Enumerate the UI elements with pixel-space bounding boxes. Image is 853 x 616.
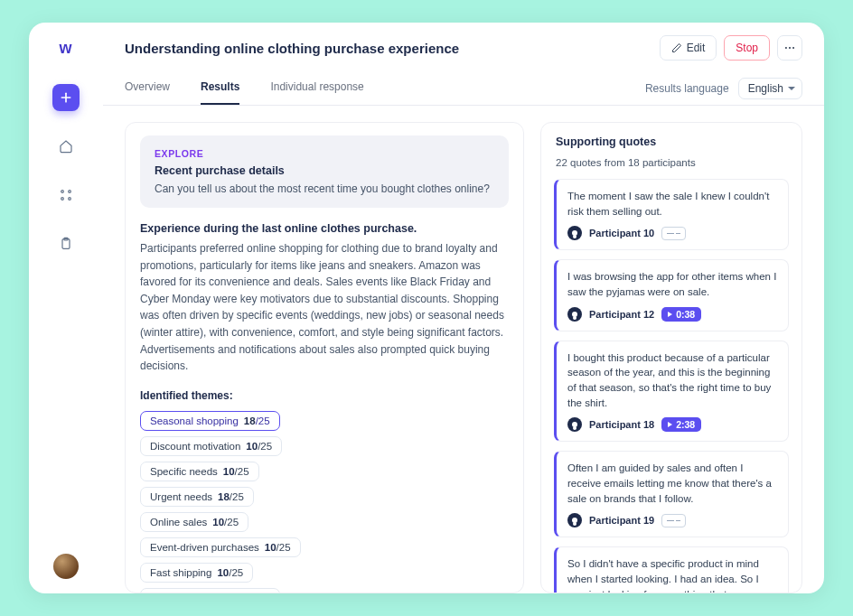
person-icon	[567, 307, 582, 322]
theme-chip[interactable]: Discount motivation10/25	[140, 436, 282, 456]
quote-card: Often I am guided by sales and often I r…	[554, 451, 789, 537]
play-timestamp[interactable]: 2:38	[661, 417, 701, 432]
edit-button[interactable]: Edit	[660, 35, 717, 61]
tab-results[interactable]: Results	[201, 71, 239, 105]
create-button[interactable]	[52, 84, 80, 111]
quote-text: I bought this product because of a parti…	[567, 350, 779, 411]
participant-name: Participant 12	[589, 309, 654, 320]
grid-icon	[59, 188, 73, 202]
experience-body: Participants preferred online shopping f…	[140, 240, 509, 375]
theme-chip[interactable]: Online sales10/25	[140, 512, 248, 532]
tab-overview[interactable]: Overview	[125, 71, 170, 105]
home-icon	[59, 139, 73, 154]
quote-meta: Participant 182:38	[567, 417, 779, 432]
app-window: w Understanding online clothing purchase…	[29, 23, 824, 593]
sidebar: w	[29, 23, 103, 593]
themes-list: Seasonal shopping18/25Discount motivatio…	[140, 411, 509, 593]
quote-text: I was browsing the app for other items w…	[567, 269, 779, 299]
logo: w	[55, 37, 77, 59]
language-select[interactable]: English	[738, 78, 802, 99]
theme-label: Seasonal shopping	[150, 415, 239, 426]
explore-tag: EXPLORE	[155, 148, 494, 159]
theme-chip[interactable]: Fast shipping10/25	[140, 563, 253, 583]
svg-point-9	[789, 47, 791, 49]
explore-title: Recent purchase details	[155, 164, 494, 177]
page-title: Understanding online clothing purchase e…	[125, 41, 652, 56]
svg-point-2	[61, 191, 63, 193]
svg-point-8	[785, 47, 787, 49]
results-panel: EXPLORE Recent purchase details Can you …	[125, 122, 524, 593]
person-icon	[567, 226, 582, 240]
transcript-icon	[661, 514, 686, 527]
stop-button[interactable]: Stop	[724, 35, 770, 61]
quote-meta: Participant 120:38	[567, 307, 779, 322]
clipboard-nav[interactable]	[52, 230, 80, 257]
avatar[interactable]	[53, 554, 79, 579]
theme-label: Amazon purchases	[150, 593, 239, 593]
theme-label: Event-driven purchases	[150, 542, 259, 553]
plus-icon	[59, 90, 73, 105]
explore-question: Can you tell us about the most recent ti…	[155, 182, 494, 195]
theme-chip[interactable]: Amazon purchases10/25	[140, 588, 280, 593]
theme-count: 18/25	[218, 491, 244, 502]
pencil-icon	[671, 42, 682, 53]
svg-point-3	[68, 191, 70, 193]
participant-name: Participant 18	[589, 419, 654, 430]
theme-count: 18/25	[244, 415, 270, 426]
content-row: EXPLORE Recent purchase details Can you …	[103, 106, 824, 593]
edit-label: Edit	[687, 42, 706, 54]
theme-count: 10/25	[217, 567, 243, 578]
apps-nav[interactable]	[52, 182, 80, 209]
quote-text: The moment I saw the sale I knew I could…	[567, 189, 779, 219]
dots-icon	[783, 42, 796, 54]
stop-label: Stop	[736, 42, 758, 54]
theme-label: Urgent needs	[150, 491, 212, 502]
theme-label: Discount motivation	[150, 441, 240, 452]
language-selector: Results language English	[645, 78, 802, 105]
theme-chip[interactable]: Seasonal shopping18/25	[140, 411, 280, 431]
play-icon	[668, 422, 672, 427]
theme-chip[interactable]: Specific needs10/25	[140, 462, 259, 481]
more-button[interactable]	[777, 35, 802, 61]
theme-label: Specific needs	[150, 466, 218, 477]
theme-count: 10/25	[246, 441, 272, 452]
theme-chip[interactable]: Event-driven purchases10/25	[140, 537, 301, 557]
quote-text: Often I am guided by sales and often I r…	[567, 461, 779, 506]
timestamp-value: 2:38	[676, 419, 695, 430]
explore-card: EXPLORE Recent purchase details Can you …	[140, 135, 509, 208]
quote-card: I bought this product because of a parti…	[554, 341, 789, 443]
svg-point-5	[68, 198, 70, 201]
clipboard-icon	[59, 237, 73, 251]
quote-meta: Participant 19	[567, 513, 779, 527]
theme-label: Online sales	[150, 517, 207, 527]
person-icon	[567, 513, 582, 527]
theme-count: 10/25	[244, 593, 270, 593]
tab-individual[interactable]: Individual response	[270, 71, 363, 105]
quotes-list: The moment I saw the sale I knew I could…	[541, 175, 801, 593]
quote-meta: Participant 10	[567, 226, 779, 240]
person-icon	[567, 417, 582, 432]
svg-point-10	[792, 47, 794, 49]
quotes-subtitle: 22 quotes from 18 participants	[556, 157, 787, 168]
theme-count: 10/25	[265, 542, 291, 553]
timestamp-value: 0:38	[676, 309, 695, 320]
play-icon	[668, 312, 672, 317]
play-timestamp[interactable]: 0:38	[661, 307, 701, 322]
theme-label: Fast shipping	[150, 567, 211, 578]
participant-name: Participant 10	[589, 228, 654, 238]
theme-count: 10/25	[212, 517, 239, 527]
participant-name: Participant 19	[589, 515, 654, 526]
page-header: Understanding online clothing purchase e…	[103, 23, 824, 70]
theme-count: 10/25	[223, 466, 249, 477]
quotes-header: Supporting quotes 22 quotes from 18 part…	[541, 123, 801, 175]
quote-card: I was browsing the app for other items w…	[554, 259, 789, 331]
quote-card: The moment I saw the sale I knew I could…	[554, 179, 789, 250]
main-area: Understanding online clothing purchase e…	[103, 23, 824, 593]
quote-card: So I didn't have a specific product in m…	[554, 546, 789, 593]
theme-chip[interactable]: Urgent needs18/25	[140, 487, 254, 507]
experience-heading: Experience during the last online clothe…	[140, 222, 509, 235]
quote-text: So I didn't have a specific product in m…	[567, 556, 779, 593]
home-nav[interactable]	[52, 133, 80, 160]
quotes-title: Supporting quotes	[556, 135, 787, 148]
svg-point-4	[61, 198, 63, 201]
